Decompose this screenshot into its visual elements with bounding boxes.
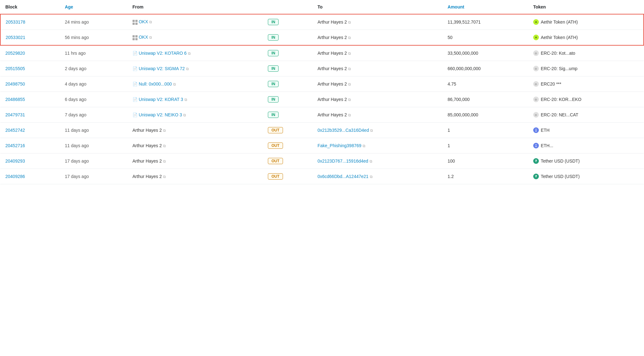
direction-badge: OUT	[268, 142, 283, 149]
from-cell: 📄Uniswap V2: SIGMA 72⧉	[127, 61, 263, 76]
transactions-table-container: Block Age From To Amount Token 205331782…	[0, 0, 644, 184]
copy-icon[interactable]: ⧉	[183, 113, 186, 117]
table-row: 204797317 days ago📄Uniswap V2: NEIKO 3⧉I…	[0, 107, 644, 123]
from-cell: OKX⧉	[127, 30, 263, 46]
direction-cell: IN	[263, 61, 312, 76]
direction-badge: IN	[268, 19, 279, 25]
block-link[interactable]: 20409286	[5, 174, 25, 179]
block-link[interactable]: 20533178	[6, 19, 25, 25]
block-link[interactable]: 20452742	[5, 128, 25, 133]
direction-badge: IN	[268, 96, 279, 103]
copy-icon[interactable]: ⧉	[348, 67, 351, 71]
to-link[interactable]: 0x212b3529...Ca316D4ed	[318, 128, 369, 133]
block-link[interactable]: 20486855	[5, 97, 25, 102]
age-cell: 6 days ago	[60, 92, 127, 107]
table-header-row: Block Age From To Amount Token	[0, 0, 644, 14]
to-link[interactable]: 0x2123D767...15916d4ed	[318, 159, 368, 164]
col-header-amount[interactable]: Amount	[443, 0, 528, 14]
block-link[interactable]: 20409293	[5, 159, 25, 164]
copy-icon[interactable]: ⧉	[348, 82, 351, 86]
from-cell: OKX⧉	[127, 14, 263, 30]
col-header-direction	[263, 0, 312, 14]
token-cell: ◎ERC-20: Kot...ato	[528, 45, 644, 61]
age-cell: 56 mins ago	[60, 30, 127, 46]
from-link[interactable]: OKX	[139, 35, 148, 40]
block-link[interactable]: 20515505	[5, 66, 25, 71]
from-label: Arthur Hayes 2	[133, 143, 162, 148]
copy-icon[interactable]: ⧉	[348, 97, 351, 102]
contract-icon: 📄	[133, 113, 138, 117]
erc20-token-icon: ◎	[533, 81, 539, 87]
copy-icon[interactable]: ⧉	[173, 82, 176, 86]
direction-cell: IN	[263, 30, 312, 46]
col-header-to: To	[313, 0, 443, 14]
direction-badge: OUT	[268, 127, 283, 133]
to-label: Arthur Hayes 2	[318, 112, 347, 117]
token-cell: ◎ERC-20: KOR...EKO	[528, 92, 644, 107]
to-label: Arthur Hayes 2	[318, 51, 347, 56]
age-cell: 11 hrs ago	[60, 45, 127, 61]
amount-cell: 100	[443, 153, 528, 169]
col-header-block: Block	[0, 0, 60, 14]
copy-icon[interactable]: ⧉	[348, 20, 351, 25]
usdt-token-icon: ₮	[533, 174, 539, 179]
copy-icon[interactable]: ⧉	[163, 128, 166, 133]
to-link[interactable]: 0x6cd66Dbd...A12447e21	[318, 174, 369, 179]
direction-badge: IN	[268, 34, 279, 41]
from-link[interactable]: Uniswap V2: KORAT 3	[139, 97, 183, 102]
token-cell: ◎ERC20 ***	[528, 76, 644, 92]
block-link[interactable]: 20479731	[5, 112, 25, 117]
copy-icon[interactable]: ⧉	[186, 67, 189, 71]
copy-icon[interactable]: ⧉	[149, 35, 152, 40]
table-row: 2053317824 mins agoOKX⧉INArthur Hayes 2⧉…	[0, 14, 644, 30]
amount-cell: 50	[443, 30, 528, 46]
block-link[interactable]: 20452716	[5, 143, 25, 148]
direction-cell: IN	[263, 107, 312, 123]
copy-icon[interactable]: ⧉	[363, 144, 365, 148]
to-label: Arthur Hayes 2	[318, 97, 347, 102]
block-link[interactable]: 20533021	[6, 35, 25, 40]
age-cell: 4 days ago	[60, 76, 127, 92]
copy-icon[interactable]: ⧉	[348, 113, 351, 117]
copy-icon[interactable]: ⧉	[149, 20, 152, 24]
age-cell: 24 mins ago	[60, 14, 127, 30]
from-cell: Arthur Hayes 2⧉	[127, 138, 263, 153]
amount-cell: 1.2	[443, 169, 528, 184]
age-cell: 11 days ago	[60, 123, 127, 138]
table-row: 2045271611 days agoArthur Hayes 2⧉OUTFak…	[0, 138, 644, 153]
age-cell: 11 days ago	[60, 138, 127, 153]
table-row: 2052982011 hrs ago📄Uniswap V2: KOTARO 6⧉…	[0, 45, 644, 61]
col-header-token: Token	[528, 0, 644, 14]
from-link[interactable]: Uniswap V2: KOTARO 6	[139, 51, 187, 56]
copy-icon[interactable]: ⧉	[163, 175, 166, 179]
copy-icon[interactable]: ⧉	[348, 51, 351, 56]
to-cell: Arthur Hayes 2⧉	[313, 30, 443, 46]
from-link[interactable]: Uniswap V2: NEIKO 3	[139, 112, 182, 117]
from-link[interactable]: Uniswap V2: SIGMA 72	[139, 66, 185, 71]
to-cell: Arthur Hayes 2⧉	[313, 107, 443, 123]
block-link[interactable]: 20498750	[5, 81, 25, 86]
amount-cell: 85,000,000,000	[443, 107, 528, 123]
copy-icon[interactable]: ⧉	[184, 97, 187, 102]
copy-icon[interactable]: ⧉	[163, 144, 166, 148]
table-row: 204987504 days ago📄Null: 0x000...000⧉INA…	[0, 76, 644, 92]
contract-icon: 📄	[133, 97, 138, 102]
copy-icon[interactable]: ⧉	[188, 51, 191, 56]
from-link[interactable]: OKX	[139, 19, 148, 24]
contract-icon: 📄	[133, 82, 138, 86]
col-header-age[interactable]: Age	[60, 0, 127, 14]
copy-icon[interactable]: ⧉	[370, 128, 373, 133]
copy-icon[interactable]: ⧉	[163, 159, 166, 164]
copy-icon[interactable]: ⧉	[370, 159, 372, 164]
to-cell: Arthur Hayes 2⧉	[313, 45, 443, 61]
amount-cell: 1	[443, 138, 528, 153]
copy-icon[interactable]: ⧉	[348, 36, 351, 40]
to-link[interactable]: Fake_Phishing398769	[318, 143, 361, 148]
from-link[interactable]: Null: 0x000...000	[139, 81, 172, 86]
copy-icon[interactable]: ⧉	[370, 175, 373, 179]
from-cell: Arthur Hayes 2⧉	[127, 123, 263, 138]
table-row: 2040929317 days agoArthur Hayes 2⧉OUT0x2…	[0, 153, 644, 169]
block-link[interactable]: 20529820	[5, 51, 25, 56]
eth-token-icon: Ξ	[533, 143, 539, 148]
amount-cell: 33,500,000,000	[443, 45, 528, 61]
